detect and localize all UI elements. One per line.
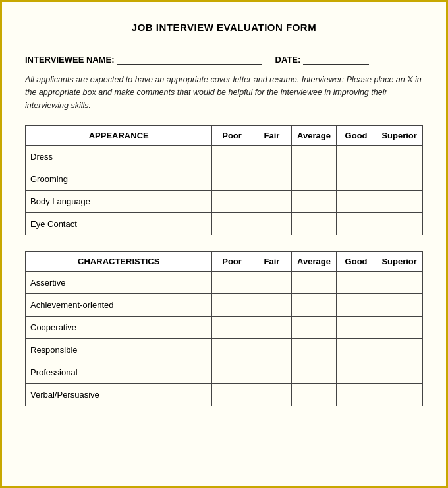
table-row: Achievement-oriented	[26, 294, 423, 317]
characteristics-col-poor: Poor	[212, 252, 252, 272]
page-wrapper: JOB INTERVIEW EVALUATION FORM INTERVIEWE…	[0, 0, 448, 488]
rating-cell[interactable]	[376, 191, 423, 213]
rating-cell[interactable]	[252, 272, 291, 294]
rating-cell[interactable]	[212, 272, 252, 294]
rating-cell[interactable]	[212, 191, 252, 213]
table-row: Body Language	[26, 191, 423, 213]
form-title: JOB INTERVIEW EVALUATION FORM	[25, 22, 423, 33]
rating-cell[interactable]	[292, 213, 337, 235]
rating-cell[interactable]	[252, 168, 291, 191]
rating-cell[interactable]	[292, 339, 337, 361]
appearance-header: APPEARANCE	[26, 126, 212, 146]
table-row: Responsible	[26, 339, 423, 361]
rating-cell[interactable]	[336, 191, 376, 213]
appearance-col-good: Good	[336, 126, 376, 146]
rating-cell[interactable]	[292, 272, 337, 294]
rating-cell[interactable]	[212, 384, 252, 406]
table-row: Dress	[26, 146, 423, 168]
rating-cell[interactable]	[252, 339, 291, 361]
characteristics-col-average: Average	[292, 252, 337, 272]
characteristics-col-superior: Superior	[376, 252, 423, 272]
appearance-col-fair: Fair	[252, 126, 291, 146]
interviewee-name-input[interactable]	[117, 53, 262, 65]
row-label: Grooming	[26, 168, 212, 191]
rating-cell[interactable]	[252, 317, 291, 339]
rating-cell[interactable]	[336, 272, 376, 294]
table-row: Assertive	[26, 272, 423, 294]
rating-cell[interactable]	[336, 317, 376, 339]
rating-cell[interactable]	[376, 317, 423, 339]
rating-cell[interactable]	[292, 294, 337, 317]
rating-cell[interactable]	[376, 168, 423, 191]
row-label: Professional	[26, 361, 212, 384]
row-label: Assertive	[26, 272, 212, 294]
rating-cell[interactable]	[252, 361, 291, 384]
rating-cell[interactable]	[376, 272, 423, 294]
row-label: Eye Contact	[26, 213, 212, 235]
rating-cell[interactable]	[212, 213, 252, 235]
rating-cell[interactable]	[252, 213, 291, 235]
rating-cell[interactable]	[212, 361, 252, 384]
interviewee-field-group: INTERVIEWEE NAME:	[25, 53, 262, 65]
appearance-table: APPEARANCE Poor Fair Average Good Superi…	[25, 125, 423, 235]
table-row: Eye Contact	[26, 213, 423, 235]
characteristics-header: CHARACTERISTICS	[26, 252, 212, 272]
table-row: Professional	[26, 361, 423, 384]
rating-cell[interactable]	[212, 168, 252, 191]
rating-cell[interactable]	[336, 146, 376, 168]
interviewee-label: INTERVIEWEE NAME:	[25, 55, 115, 65]
rating-cell[interactable]	[336, 294, 376, 317]
rating-cell[interactable]	[252, 384, 291, 406]
rating-cell[interactable]	[292, 168, 337, 191]
rating-cell[interactable]	[292, 361, 337, 384]
rating-cell[interactable]	[336, 384, 376, 406]
row-label: Achievement-oriented	[26, 294, 212, 317]
table-row: Cooperative	[26, 317, 423, 339]
date-input[interactable]	[303, 53, 369, 65]
row-label: Cooperative	[26, 317, 212, 339]
rating-cell[interactable]	[292, 384, 337, 406]
rating-cell[interactable]	[376, 213, 423, 235]
table-row: Grooming	[26, 168, 423, 191]
row-label: Dress	[26, 146, 212, 168]
appearance-col-average: Average	[292, 126, 337, 146]
rating-cell[interactable]	[212, 317, 252, 339]
rating-cell[interactable]	[292, 317, 337, 339]
characteristics-col-good: Good	[336, 252, 376, 272]
rating-cell[interactable]	[292, 146, 337, 168]
rating-cell[interactable]	[252, 191, 291, 213]
rating-cell[interactable]	[376, 384, 423, 406]
rating-cell[interactable]	[212, 339, 252, 361]
rating-cell[interactable]	[376, 361, 423, 384]
row-label: Verbal/Persuasive	[26, 384, 212, 406]
characteristics-col-fair: Fair	[252, 252, 291, 272]
table-row: Verbal/Persuasive	[26, 384, 423, 406]
rating-cell[interactable]	[212, 294, 252, 317]
appearance-col-superior: Superior	[376, 126, 423, 146]
rating-cell[interactable]	[252, 146, 291, 168]
rating-cell[interactable]	[336, 339, 376, 361]
row-label: Responsible	[26, 339, 212, 361]
fields-row: INTERVIEWEE NAME: DATE:	[25, 53, 423, 65]
rating-cell[interactable]	[252, 294, 291, 317]
rating-cell[interactable]	[376, 339, 423, 361]
instructions-text: All applicants are expected to have an a…	[25, 74, 423, 112]
rating-cell[interactable]	[376, 146, 423, 168]
characteristics-table: CHARACTERISTICS Poor Fair Average Good S…	[25, 251, 423, 406]
date-label: DATE:	[275, 55, 301, 65]
appearance-col-poor: Poor	[212, 126, 252, 146]
rating-cell[interactable]	[336, 213, 376, 235]
rating-cell[interactable]	[376, 294, 423, 317]
date-field-group: DATE:	[275, 53, 370, 65]
rating-cell[interactable]	[336, 361, 376, 384]
rating-cell[interactable]	[336, 168, 376, 191]
rating-cell[interactable]	[292, 191, 337, 213]
rating-cell[interactable]	[212, 146, 252, 168]
row-label: Body Language	[26, 191, 212, 213]
